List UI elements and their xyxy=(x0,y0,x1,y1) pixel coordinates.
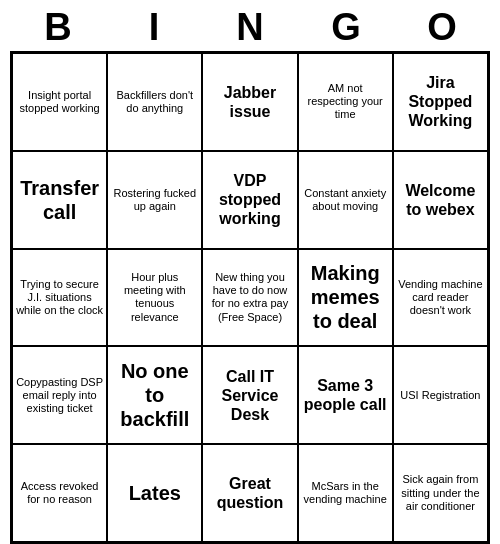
bingo-cell-23[interactable]: McSars in the vending machine xyxy=(298,444,393,542)
bingo-cell-8[interactable]: Constant anxiety about moving xyxy=(298,151,393,249)
bingo-cell-16[interactable]: No one to backfill xyxy=(107,346,202,444)
cell-text-0: Insight portal stopped working xyxy=(16,89,103,115)
cell-text-12: New thing you have to do now for no extr… xyxy=(206,271,293,324)
bingo-cell-6[interactable]: Rostering fucked up again xyxy=(107,151,202,249)
bingo-cell-17[interactable]: Call IT Service Desk xyxy=(202,346,297,444)
cell-text-10: Trying to secure J.I. situations while o… xyxy=(16,278,103,318)
bingo-cell-12[interactable]: New thing you have to do now for no extr… xyxy=(202,249,297,347)
cell-text-19: USI Registration xyxy=(400,389,480,402)
cell-text-13: Making memes to deal xyxy=(302,261,389,333)
letter-i: I xyxy=(126,6,182,49)
bingo-cell-20[interactable]: Access revoked for no reason xyxy=(12,444,107,542)
bingo-cell-0[interactable]: Insight portal stopped working xyxy=(12,53,107,151)
bingo-cell-15[interactable]: Copypasting DSP email reply into existin… xyxy=(12,346,107,444)
bingo-cell-10[interactable]: Trying to secure J.I. situations while o… xyxy=(12,249,107,347)
cell-text-15: Copypasting DSP email reply into existin… xyxy=(16,376,103,416)
bingo-cell-14[interactable]: Vending machine card reader doesn't work xyxy=(393,249,488,347)
cell-text-11: Hour plus meeting with tenuous relevance xyxy=(111,271,198,324)
cell-text-16: No one to backfill xyxy=(111,359,198,431)
cell-text-8: Constant anxiety about moving xyxy=(302,187,389,213)
cell-text-3: AM not respecting your time xyxy=(302,82,389,122)
bingo-cell-19[interactable]: USI Registration xyxy=(393,346,488,444)
cell-text-23: McSars in the vending machine xyxy=(302,480,389,506)
bingo-cell-22[interactable]: Great question xyxy=(202,444,297,542)
cell-text-1: Backfillers don't do anything xyxy=(111,89,198,115)
cell-text-5: Transfer call xyxy=(16,176,103,224)
cell-text-2: Jabber issue xyxy=(206,83,293,121)
cell-text-18: Same 3 people call xyxy=(302,376,389,414)
cell-text-17: Call IT Service Desk xyxy=(206,367,293,425)
bingo-cell-21[interactable]: Lates xyxy=(107,444,202,542)
bingo-cell-5[interactable]: Transfer call xyxy=(12,151,107,249)
bingo-title: B I N G O xyxy=(10,0,490,51)
bingo-grid: Insight portal stopped workingBackfiller… xyxy=(10,51,490,544)
cell-text-9: Welcome to webex xyxy=(397,181,484,219)
bingo-cell-4[interactable]: Jira Stopped Working xyxy=(393,53,488,151)
cell-text-7: VDP stopped working xyxy=(206,171,293,229)
letter-g: G xyxy=(318,6,374,49)
bingo-cell-18[interactable]: Same 3 people call xyxy=(298,346,393,444)
cell-text-4: Jira Stopped Working xyxy=(397,73,484,131)
letter-o: O xyxy=(414,6,470,49)
bingo-cell-1[interactable]: Backfillers don't do anything xyxy=(107,53,202,151)
cell-text-21: Lates xyxy=(129,481,181,505)
bingo-cell-7[interactable]: VDP stopped working xyxy=(202,151,297,249)
letter-n: N xyxy=(222,6,278,49)
bingo-cell-9[interactable]: Welcome to webex xyxy=(393,151,488,249)
bingo-cell-24[interactable]: Sick again from sitting under the air co… xyxy=(393,444,488,542)
cell-text-6: Rostering fucked up again xyxy=(111,187,198,213)
cell-text-14: Vending machine card reader doesn't work xyxy=(397,278,484,318)
bingo-cell-2[interactable]: Jabber issue xyxy=(202,53,297,151)
cell-text-22: Great question xyxy=(206,474,293,512)
bingo-cell-11[interactable]: Hour plus meeting with tenuous relevance xyxy=(107,249,202,347)
letter-b: B xyxy=(30,6,86,49)
bingo-cell-3[interactable]: AM not respecting your time xyxy=(298,53,393,151)
cell-text-20: Access revoked for no reason xyxy=(16,480,103,506)
cell-text-24: Sick again from sitting under the air co… xyxy=(397,473,484,513)
bingo-cell-13[interactable]: Making memes to deal xyxy=(298,249,393,347)
